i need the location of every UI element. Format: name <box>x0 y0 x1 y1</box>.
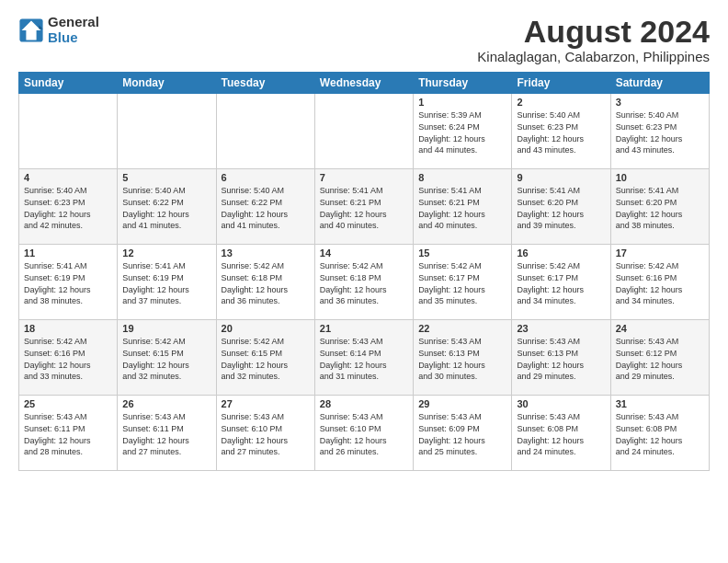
day-header-monday: Monday <box>118 73 216 94</box>
week-row-2: 4Sunrise: 5:40 AM Sunset: 6:23 PM Daylig… <box>19 169 710 245</box>
empty-cell <box>314 94 413 169</box>
day-info: Sunrise: 5:43 AM Sunset: 6:14 PM Dayligh… <box>320 336 408 382</box>
day-info: Sunrise: 5:43 AM Sunset: 6:10 PM Dayligh… <box>320 411 408 457</box>
day-cell-21: 21Sunrise: 5:43 AM Sunset: 6:14 PM Dayli… <box>314 320 413 396</box>
week-row-4: 18Sunrise: 5:42 AM Sunset: 6:16 PM Dayli… <box>19 320 710 396</box>
day-info: Sunrise: 5:43 AM Sunset: 6:11 PM Dayligh… <box>122 411 210 457</box>
day-number: 31 <box>616 398 704 409</box>
day-cell-6: 6Sunrise: 5:40 AM Sunset: 6:22 PM Daylig… <box>216 169 314 245</box>
day-number: 25 <box>24 398 112 409</box>
day-cell-17: 17Sunrise: 5:42 AM Sunset: 6:16 PM Dayli… <box>610 245 709 320</box>
day-number: 9 <box>517 172 605 183</box>
day-cell-25: 25Sunrise: 5:43 AM Sunset: 6:11 PM Dayli… <box>19 396 118 471</box>
day-number: 3 <box>616 97 704 108</box>
day-info: Sunrise: 5:43 AM Sunset: 6:13 PM Dayligh… <box>418 336 506 382</box>
day-number: 15 <box>418 247 506 259</box>
page: General Blue August 2024 Kinalaglagan, C… <box>0 0 728 563</box>
header: General Blue August 2024 Kinalaglagan, C… <box>18 15 710 64</box>
day-number: 10 <box>616 172 704 183</box>
day-info: Sunrise: 5:41 AM Sunset: 6:19 PM Dayligh… <box>122 260 210 306</box>
title-block: August 2024 Kinalaglagan, Calabarzon, Ph… <box>477 15 710 64</box>
day-number: 23 <box>517 323 605 334</box>
day-info: Sunrise: 5:42 AM Sunset: 6:17 PM Dayligh… <box>418 260 506 306</box>
day-info: Sunrise: 5:40 AM Sunset: 6:23 PM Dayligh… <box>517 109 605 155</box>
day-number: 20 <box>222 323 310 334</box>
day-header-saturday: Saturday <box>610 73 709 94</box>
header-row: SundayMondayTuesdayWednesdayThursdayFrid… <box>19 73 710 94</box>
day-info: Sunrise: 5:43 AM Sunset: 6:09 PM Dayligh… <box>418 411 506 457</box>
day-number: 6 <box>222 172 310 183</box>
day-cell-31: 31Sunrise: 5:43 AM Sunset: 6:08 PM Dayli… <box>610 396 709 471</box>
day-number: 28 <box>320 398 408 409</box>
day-cell-5: 5Sunrise: 5:40 AM Sunset: 6:22 PM Daylig… <box>118 169 216 245</box>
logo-line1: General <box>48 15 99 30</box>
empty-cell <box>19 94 118 169</box>
day-cell-10: 10Sunrise: 5:41 AM Sunset: 6:20 PM Dayli… <box>610 169 709 245</box>
day-number: 1 <box>418 97 506 108</box>
day-info: Sunrise: 5:42 AM Sunset: 6:15 PM Dayligh… <box>222 336 310 382</box>
day-number: 7 <box>320 172 408 183</box>
day-number: 2 <box>517 97 605 108</box>
day-number: 14 <box>320 247 408 259</box>
day-cell-14: 14Sunrise: 5:42 AM Sunset: 6:18 PM Dayli… <box>314 245 413 320</box>
logo-text: General Blue <box>48 15 99 45</box>
day-header-friday: Friday <box>512 73 610 94</box>
day-cell-16: 16Sunrise: 5:42 AM Sunset: 6:17 PM Dayli… <box>512 245 610 320</box>
day-cell-4: 4Sunrise: 5:40 AM Sunset: 6:23 PM Daylig… <box>19 169 118 245</box>
day-cell-29: 29Sunrise: 5:43 AM Sunset: 6:09 PM Dayli… <box>414 396 512 471</box>
day-info: Sunrise: 5:41 AM Sunset: 6:21 PM Dayligh… <box>418 185 506 231</box>
day-cell-12: 12Sunrise: 5:41 AM Sunset: 6:19 PM Dayli… <box>118 245 216 320</box>
day-cell-13: 13Sunrise: 5:42 AM Sunset: 6:18 PM Dayli… <box>216 245 314 320</box>
day-info: Sunrise: 5:43 AM Sunset: 6:11 PM Dayligh… <box>24 411 112 457</box>
day-info: Sunrise: 5:42 AM Sunset: 6:18 PM Dayligh… <box>222 260 310 306</box>
day-number: 22 <box>418 323 506 334</box>
day-number: 27 <box>222 398 310 409</box>
day-info: Sunrise: 5:41 AM Sunset: 6:20 PM Dayligh… <box>517 185 605 231</box>
day-number: 13 <box>222 247 310 259</box>
day-cell-8: 8Sunrise: 5:41 AM Sunset: 6:21 PM Daylig… <box>414 169 512 245</box>
day-info: Sunrise: 5:42 AM Sunset: 6:16 PM Dayligh… <box>616 260 704 306</box>
day-header-sunday: Sunday <box>19 73 118 94</box>
empty-cell <box>216 94 314 169</box>
day-cell-15: 15Sunrise: 5:42 AM Sunset: 6:17 PM Dayli… <box>414 245 512 320</box>
day-cell-19: 19Sunrise: 5:42 AM Sunset: 6:15 PM Dayli… <box>118 320 216 396</box>
logo: General Blue <box>18 15 99 45</box>
week-row-5: 25Sunrise: 5:43 AM Sunset: 6:11 PM Dayli… <box>19 396 710 471</box>
day-number: 30 <box>517 398 605 409</box>
main-title: August 2024 <box>477 15 710 49</box>
day-number: 24 <box>616 323 704 334</box>
day-info: Sunrise: 5:43 AM Sunset: 6:08 PM Dayligh… <box>517 411 605 457</box>
day-info: Sunrise: 5:40 AM Sunset: 6:22 PM Dayligh… <box>122 185 210 231</box>
day-number: 26 <box>122 398 210 409</box>
day-number: 18 <box>24 323 112 334</box>
day-number: 11 <box>24 247 112 259</box>
week-row-1: 1Sunrise: 5:39 AM Sunset: 6:24 PM Daylig… <box>19 94 710 169</box>
day-info: Sunrise: 5:41 AM Sunset: 6:20 PM Dayligh… <box>616 185 704 231</box>
day-cell-9: 9Sunrise: 5:41 AM Sunset: 6:20 PM Daylig… <box>512 169 610 245</box>
day-cell-11: 11Sunrise: 5:41 AM Sunset: 6:19 PM Dayli… <box>19 245 118 320</box>
day-info: Sunrise: 5:40 AM Sunset: 6:23 PM Dayligh… <box>24 185 112 231</box>
day-cell-24: 24Sunrise: 5:43 AM Sunset: 6:12 PM Dayli… <box>610 320 709 396</box>
day-header-thursday: Thursday <box>414 73 512 94</box>
day-number: 16 <box>517 247 605 259</box>
day-info: Sunrise: 5:43 AM Sunset: 6:12 PM Dayligh… <box>616 336 704 382</box>
day-info: Sunrise: 5:42 AM Sunset: 6:18 PM Dayligh… <box>320 260 408 306</box>
day-cell-18: 18Sunrise: 5:42 AM Sunset: 6:16 PM Dayli… <box>19 320 118 396</box>
logo-line2: Blue <box>48 30 99 46</box>
day-info: Sunrise: 5:42 AM Sunset: 6:15 PM Dayligh… <box>122 336 210 382</box>
day-cell-27: 27Sunrise: 5:43 AM Sunset: 6:10 PM Dayli… <box>216 396 314 471</box>
empty-cell <box>118 94 216 169</box>
subtitle: Kinalaglagan, Calabarzon, Philippines <box>477 49 710 64</box>
calendar-table: SundayMondayTuesdayWednesdayThursdayFrid… <box>18 72 710 471</box>
day-cell-28: 28Sunrise: 5:43 AM Sunset: 6:10 PM Dayli… <box>314 396 413 471</box>
week-row-3: 11Sunrise: 5:41 AM Sunset: 6:19 PM Dayli… <box>19 245 710 320</box>
day-cell-30: 30Sunrise: 5:43 AM Sunset: 6:08 PM Dayli… <box>512 396 610 471</box>
day-number: 17 <box>616 247 704 259</box>
day-info: Sunrise: 5:39 AM Sunset: 6:24 PM Dayligh… <box>418 109 506 155</box>
day-number: 5 <box>122 172 210 183</box>
day-info: Sunrise: 5:41 AM Sunset: 6:19 PM Dayligh… <box>24 260 112 306</box>
logo-icon <box>18 17 44 43</box>
day-info: Sunrise: 5:43 AM Sunset: 6:13 PM Dayligh… <box>517 336 605 382</box>
day-info: Sunrise: 5:41 AM Sunset: 6:21 PM Dayligh… <box>320 185 408 231</box>
day-number: 19 <box>122 323 210 334</box>
